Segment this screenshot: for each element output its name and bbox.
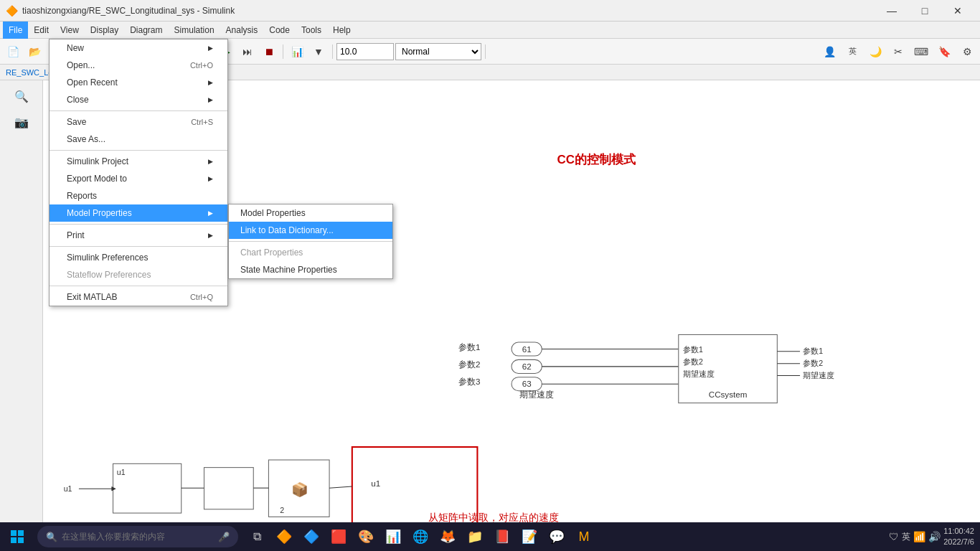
- toolbar-stop[interactable]: ⏹: [259, 42, 279, 62]
- taskbar: 🔍 🎤 ⧉ 🔶 🔷 🟥 🎨 📊 🌐: [0, 522, 980, 551]
- start-button[interactable]: [0, 522, 34, 551]
- svg-text:61: 61: [522, 344, 532, 354]
- taskbar-app-3[interactable]: 🟥: [326, 524, 352, 550]
- svg-text:参数3: 参数3: [458, 377, 480, 386]
- menu-export-item[interactable]: Export Model to: [50, 170, 227, 187]
- taskbar-app-word[interactable]: 📝: [517, 524, 542, 550]
- tray-volume[interactable]: 🔊: [928, 531, 941, 542]
- toolbar-new[interactable]: 📄: [3, 42, 23, 62]
- menu-tools[interactable]: Tools: [296, 22, 327, 39]
- menu-analysis[interactable]: Analysis: [220, 22, 264, 39]
- close-button[interactable]: ✕: [941, 1, 974, 21]
- tray-time[interactable]: 11:00:42 2022/7/6: [943, 526, 974, 548]
- menu-display[interactable]: Display: [85, 22, 124, 39]
- submenu-model-properties[interactable]: Model Properties: [229, 204, 392, 222]
- svg-rect-52: [11, 530, 17, 536]
- taskbar-app-task-view[interactable]: ⧉: [244, 524, 270, 550]
- menu-view[interactable]: View: [55, 22, 85, 39]
- taskbar-tray: 🛡 英 📶 🔊 11:00:42 2022/7/6: [883, 526, 980, 548]
- toolbar-moon-icon[interactable]: 🌙: [865, 42, 885, 62]
- model-properties-submenu: Model Properties Link to Data Dictionary…: [228, 204, 393, 279]
- svg-text:参数1: 参数1: [803, 347, 823, 355]
- sidebar-left: 🔍 📷: [0, 80, 43, 551]
- tray-lang[interactable]: 英: [902, 531, 910, 543]
- clock-date: 2022/7/6: [943, 537, 974, 547]
- submenu-link-data-dict[interactable]: Link to Data Dictionary...: [229, 222, 392, 239]
- sim-mode-select[interactable]: Normal: [395, 43, 481, 60]
- menu-diagram[interactable]: Diagram: [124, 22, 168, 39]
- submenu-chart-properties[interactable]: Chart Properties: [229, 244, 392, 261]
- toolbar-addon1[interactable]: ✂: [888, 42, 908, 62]
- svg-rect-55: [18, 537, 24, 543]
- simulink-icon: 🔶: [6, 5, 18, 17]
- menu-sep-5: [50, 286, 227, 286]
- taskbar-app-7[interactable]: 🦊: [435, 524, 461, 550]
- menu-simulink-project-item[interactable]: Simulink Project: [50, 153, 227, 170]
- svg-rect-53: [18, 530, 24, 536]
- taskbar-search-input[interactable]: [62, 532, 218, 542]
- taskbar-apps: ⧉ 🔶 🔷 🟥 🎨 📊 🌐 🦊 �: [241, 524, 883, 550]
- window-title: tiaoshizongxiang/RE_SWC_Longitudinal_sys…: [22, 6, 875, 16]
- menu-saveas-item[interactable]: Save As...: [50, 131, 227, 148]
- menu-new-item[interactable]: New: [50, 39, 227, 57]
- sidebar-btn-1[interactable]: 🔍: [11, 86, 32, 106]
- menu-stateflow-prefs-item[interactable]: Stateflow Preferences: [50, 266, 227, 283]
- submenu-sep-1: [229, 241, 392, 242]
- toolbar-scope[interactable]: 📊: [287, 42, 307, 62]
- tray-network[interactable]: 📶: [913, 531, 925, 542]
- menu-simulink-prefs-item[interactable]: Simulink Preferences: [50, 249, 227, 266]
- svg-text:2: 2: [280, 506, 284, 514]
- toolbar-open[interactable]: 📂: [24, 42, 44, 62]
- taskbar-search[interactable]: 🔍 🎤: [37, 526, 238, 547]
- toolbar-addon2[interactable]: ⌨: [911, 42, 931, 62]
- taskbar-app-wechat[interactable]: 💬: [544, 524, 570, 550]
- menu-model-properties-item[interactable]: Model Properties: [50, 204, 227, 222]
- svg-text:CCsystem: CCsystem: [709, 390, 748, 399]
- menu-reports-item[interactable]: Reports: [50, 187, 227, 204]
- menu-close-item[interactable]: Close: [50, 91, 227, 108]
- menu-simulation[interactable]: Simulation: [169, 22, 220, 39]
- taskbar-app-9[interactable]: 📕: [489, 524, 515, 550]
- clock-time: 11:00:42: [943, 526, 974, 537]
- svg-rect-54: [11, 537, 17, 543]
- taskbar-app-simulink[interactable]: 🔶: [271, 524, 297, 550]
- tray-shield[interactable]: 🛡: [889, 531, 899, 542]
- menu-file[interactable]: File: [3, 22, 28, 39]
- maximize-button[interactable]: □: [908, 1, 941, 21]
- toolbar-addon4[interactable]: ⚙: [957, 42, 977, 62]
- svg-text:期望速度: 期望速度: [519, 390, 554, 399]
- minimize-button[interactable]: —: [875, 1, 908, 21]
- menu-save-item[interactable]: Save Ctrl+S: [50, 113, 227, 131]
- submenu-state-machine-properties[interactable]: State Machine Properties: [229, 261, 392, 278]
- menu-print-item[interactable]: Print: [50, 227, 227, 244]
- menu-exit-item[interactable]: Exit MATLAB Ctrl+Q: [50, 288, 227, 306]
- toolbar-sep-5: [332, 44, 333, 59]
- svg-text:u1: u1: [64, 484, 72, 493]
- toolbar-sep-4: [283, 44, 283, 59]
- svg-text:62: 62: [522, 362, 532, 371]
- menu-edit[interactable]: Edit: [28, 22, 55, 39]
- toolbar-step-fwd[interactable]: ⏭: [237, 42, 258, 62]
- svg-text:参数2: 参数2: [683, 357, 703, 366]
- toolbar-addon3[interactable]: 🔖: [934, 42, 954, 62]
- menu-open-recent-item[interactable]: Open Recent: [50, 74, 227, 91]
- toolbar-user-icon[interactable]: 👤: [819, 42, 839, 62]
- toolbar-scope-dropdown[interactable]: ▼: [308, 42, 329, 62]
- menu-help[interactable]: Help: [327, 22, 357, 39]
- toolbar-lang-icon[interactable]: 英: [842, 42, 862, 62]
- taskbar-app-5[interactable]: 📊: [380, 524, 406, 550]
- taskbar-app-8[interactable]: 📁: [462, 524, 488, 550]
- svg-text:u1: u1: [371, 479, 380, 488]
- sim-time-input[interactable]: [336, 43, 394, 60]
- taskbar-app-4[interactable]: 🎨: [353, 524, 379, 550]
- menu-code[interactable]: Code: [263, 22, 296, 39]
- sidebar-btn-2[interactable]: 📷: [11, 112, 32, 132]
- taskbar-app-6[interactable]: 🌐: [407, 524, 433, 550]
- svg-rect-27: [204, 468, 253, 509]
- svg-text:期望速度: 期望速度: [683, 369, 715, 378]
- taskbar-app-2[interactable]: 🔷: [298, 524, 324, 550]
- svg-text:从矩阵中读取，对应点的速度: 从矩阵中读取，对应点的速度: [428, 512, 559, 523]
- menu-open-item[interactable]: Open... Ctrl+O: [50, 57, 227, 74]
- taskbar-app-matlab[interactable]: M: [571, 524, 597, 550]
- menu-bar: File Edit View Display Diagram Simulatio…: [0, 22, 980, 39]
